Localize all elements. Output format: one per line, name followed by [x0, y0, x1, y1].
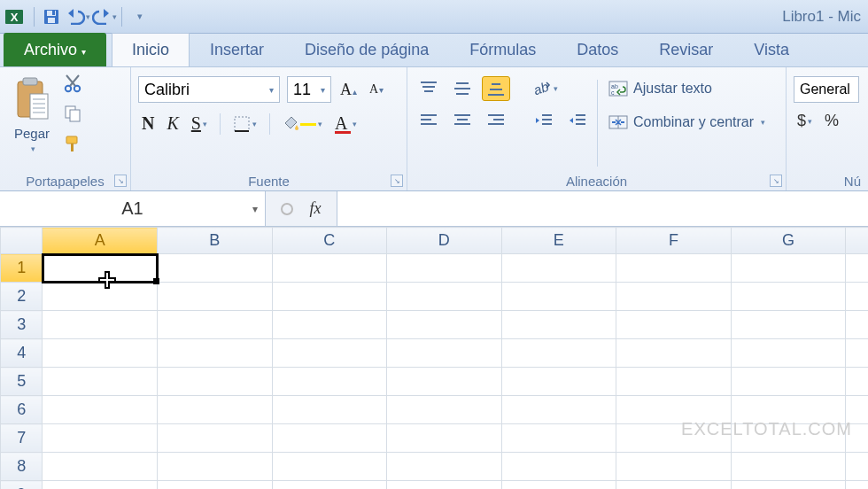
cut-button[interactable]: [60, 71, 85, 96]
italic-button[interactable]: K: [163, 112, 182, 136]
tab-formulas[interactable]: Fórmulas: [449, 33, 556, 66]
cell[interactable]: [158, 254, 273, 283]
row-header-7[interactable]: 7: [1, 424, 43, 453]
cell[interactable]: [731, 283, 846, 311]
cell[interactable]: [387, 453, 502, 481]
cell[interactable]: [731, 339, 846, 368]
tab-inicio[interactable]: Inicio: [112, 33, 190, 66]
cancel-formula-button[interactable]: [275, 197, 299, 221]
copy-button[interactable]: [60, 101, 85, 126]
cell[interactable]: [616, 283, 732, 311]
cell[interactable]: [387, 254, 502, 283]
cell[interactable]: [158, 283, 273, 311]
cell[interactable]: [501, 453, 616, 481]
tab-diseno-de-pagina[interactable]: Diseño de página: [284, 33, 449, 66]
cell[interactable]: [501, 311, 616, 339]
row-header-3[interactable]: 3: [1, 311, 43, 339]
cell[interactable]: [158, 311, 273, 339]
select-all-button[interactable]: [1, 228, 43, 254]
increase-font-button[interactable]: A: [337, 79, 360, 101]
align-left-button[interactable]: [415, 108, 443, 133]
cell[interactable]: [846, 453, 868, 481]
cell[interactable]: [501, 396, 616, 424]
row-header-4[interactable]: 4: [1, 339, 43, 368]
cell[interactable]: [272, 396, 387, 424]
clipboard-dialog-launcher[interactable]: ↘: [114, 175, 127, 187]
cell[interactable]: [387, 424, 502, 453]
tab-vista[interactable]: Vista: [733, 33, 810, 66]
cell-a1[interactable]: [43, 254, 158, 283]
cell[interactable]: [43, 283, 158, 311]
cell[interactable]: [272, 311, 387, 339]
tab-insertar[interactable]: Insertar: [190, 33, 284, 66]
cell[interactable]: [387, 396, 502, 424]
cell[interactable]: [43, 339, 158, 368]
column-header-d[interactable]: D: [387, 228, 502, 254]
save-button[interactable]: [39, 4, 64, 29]
cell[interactable]: [846, 311, 868, 339]
cell[interactable]: [731, 368, 846, 396]
tab-datos[interactable]: Datos: [556, 33, 639, 66]
decrease-font-button[interactable]: A: [366, 81, 387, 98]
percent-button[interactable]: %: [821, 110, 842, 132]
cell[interactable]: [43, 481, 158, 490]
font-dialog-launcher[interactable]: ↘: [391, 175, 403, 187]
spreadsheet-grid[interactable]: A B C D E F G H 1 2 3 4 5 6 7 8 9 EXCELT…: [0, 227, 868, 489]
cell[interactable]: [731, 311, 846, 339]
borders-button[interactable]: ▾: [229, 113, 260, 135]
increase-indent-button[interactable]: [563, 108, 592, 133]
cell[interactable]: [501, 254, 616, 283]
cell[interactable]: [158, 453, 273, 481]
cell[interactable]: [272, 254, 387, 283]
paste-button[interactable]: Pegar ▾: [7, 71, 57, 157]
cell[interactable]: [616, 453, 732, 481]
cell[interactable]: [43, 311, 158, 339]
cell[interactable]: [158, 396, 273, 424]
cell[interactable]: [387, 368, 502, 396]
cell[interactable]: [846, 283, 868, 311]
cell[interactable]: [43, 453, 158, 481]
cell[interactable]: [158, 424, 273, 453]
column-header-b[interactable]: B: [158, 228, 273, 254]
row-header-2[interactable]: 2: [1, 283, 43, 311]
row-header-9[interactable]: 9: [1, 481, 43, 490]
cell[interactable]: [43, 396, 158, 424]
tab-revisar[interactable]: Revisar: [639, 33, 733, 66]
align-middle-button[interactable]: [448, 76, 477, 101]
undo-button[interactable]: ▾: [66, 4, 90, 29]
column-header-g[interactable]: G: [731, 228, 846, 254]
orientation-button[interactable]: ab▾: [530, 76, 558, 101]
number-format-combo[interactable]: General: [794, 76, 859, 103]
cell[interactable]: [387, 339, 502, 368]
decrease-indent-button[interactable]: [530, 108, 558, 133]
column-header-h[interactable]: H: [846, 228, 868, 254]
cell[interactable]: [501, 368, 616, 396]
align-center-button[interactable]: [448, 108, 477, 133]
align-bottom-button[interactable]: [482, 76, 510, 101]
cell[interactable]: [501, 481, 616, 490]
format-painter-button[interactable]: [60, 131, 85, 156]
row-header-8[interactable]: 8: [1, 453, 43, 481]
redo-button[interactable]: ▾: [92, 4, 117, 29]
customize-qat-button[interactable]: ▾: [127, 4, 151, 29]
cell[interactable]: [158, 368, 273, 396]
row-header-1[interactable]: 1: [1, 254, 43, 283]
cell[interactable]: [43, 424, 158, 453]
fill-color-button[interactable]: ▾: [279, 113, 326, 135]
cell[interactable]: [846, 368, 868, 396]
cell[interactable]: [731, 254, 846, 283]
cell[interactable]: [731, 481, 846, 490]
cell[interactable]: [616, 339, 732, 368]
wrap-text-button[interactable]: abc Ajustar texto: [603, 78, 771, 99]
merge-center-button[interactable]: Combinar y centrar ▾: [603, 112, 771, 133]
cell[interactable]: [731, 453, 846, 481]
cell[interactable]: [158, 339, 273, 368]
cell[interactable]: [501, 424, 616, 453]
column-header-e[interactable]: E: [501, 228, 616, 254]
cell[interactable]: [272, 453, 387, 481]
alignment-dialog-launcher[interactable]: ↘: [770, 175, 782, 187]
cell[interactable]: [387, 481, 502, 490]
cell[interactable]: [846, 254, 868, 283]
cell[interactable]: [272, 424, 387, 453]
formula-input[interactable]: [337, 191, 868, 226]
